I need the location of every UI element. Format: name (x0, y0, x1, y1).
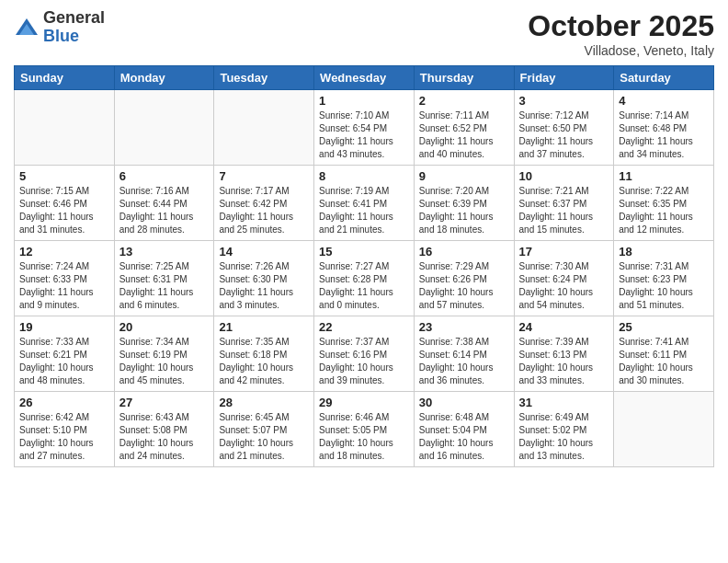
day-number: 17 (519, 245, 609, 259)
day-cell: 2Sunrise: 7:11 AM Sunset: 6:52 PM Daylig… (414, 90, 514, 166)
day-number: 25 (619, 320, 709, 334)
day-cell: 8Sunrise: 7:19 AM Sunset: 6:41 PM Daylig… (314, 166, 415, 241)
weekday-header-friday: Friday (514, 66, 614, 90)
week-row-3: 12Sunrise: 7:24 AM Sunset: 6:33 PM Dayli… (15, 241, 714, 316)
day-number: 13 (119, 245, 210, 259)
day-info: Sunrise: 7:17 AM Sunset: 6:42 PM Dayligh… (219, 185, 309, 236)
day-number: 4 (619, 94, 709, 108)
day-cell: 26Sunrise: 6:42 AM Sunset: 5:10 PM Dayli… (15, 392, 115, 467)
logo-blue-text: Blue (43, 27, 79, 45)
day-cell: 19Sunrise: 7:33 AM Sunset: 6:21 PM Dayli… (15, 316, 115, 392)
logo-general-text: General (43, 8, 105, 27)
day-number: 6 (119, 169, 210, 183)
month-title: October 2025 (528, 9, 714, 43)
day-cell: 21Sunrise: 7:35 AM Sunset: 6:18 PM Dayli… (214, 316, 314, 392)
day-cell: 1Sunrise: 7:10 AM Sunset: 6:54 PM Daylig… (314, 90, 415, 166)
day-cell: 14Sunrise: 7:26 AM Sunset: 6:30 PM Dayli… (214, 241, 314, 316)
day-cell: 28Sunrise: 6:45 AM Sunset: 5:07 PM Dayli… (214, 392, 314, 467)
day-info: Sunrise: 7:27 AM Sunset: 6:28 PM Dayligh… (319, 260, 409, 312)
day-cell: 27Sunrise: 6:43 AM Sunset: 5:08 PM Dayli… (114, 392, 214, 467)
day-cell: 22Sunrise: 7:37 AM Sunset: 6:16 PM Dayli… (314, 316, 415, 392)
day-number: 10 (519, 169, 609, 183)
day-info: Sunrise: 7:19 AM Sunset: 6:41 PM Dayligh… (319, 185, 409, 236)
logo: General Blue (14, 9, 105, 46)
day-info: Sunrise: 7:12 AM Sunset: 6:50 PM Dayligh… (519, 109, 609, 161)
day-cell: 24Sunrise: 7:39 AM Sunset: 6:13 PM Dayli… (514, 316, 614, 392)
weekday-header-row: SundayMondayTuesdayWednesdayThursdayFrid… (15, 66, 714, 90)
day-cell: 3Sunrise: 7:12 AM Sunset: 6:50 PM Daylig… (514, 90, 614, 166)
week-row-1: 1Sunrise: 7:10 AM Sunset: 6:54 PM Daylig… (15, 90, 714, 166)
day-number: 8 (319, 169, 409, 183)
day-cell (614, 392, 714, 467)
day-cell: 25Sunrise: 7:41 AM Sunset: 6:11 PM Dayli… (614, 316, 714, 392)
day-info: Sunrise: 7:30 AM Sunset: 6:24 PM Dayligh… (519, 260, 609, 312)
day-number: 3 (519, 94, 609, 108)
day-number: 21 (219, 320, 309, 334)
day-info: Sunrise: 7:11 AM Sunset: 6:52 PM Dayligh… (419, 109, 509, 161)
header: General Blue October 2025 Villadose, Ven… (14, 9, 714, 58)
day-number: 14 (219, 245, 309, 259)
day-info: Sunrise: 7:34 AM Sunset: 6:19 PM Dayligh… (119, 336, 210, 387)
week-row-5: 26Sunrise: 6:42 AM Sunset: 5:10 PM Dayli… (15, 392, 714, 467)
weekday-header-thursday: Thursday (414, 66, 514, 90)
day-cell: 18Sunrise: 7:31 AM Sunset: 6:23 PM Dayli… (614, 241, 714, 316)
day-cell: 29Sunrise: 6:46 AM Sunset: 5:05 PM Dayli… (314, 392, 415, 467)
day-info: Sunrise: 7:35 AM Sunset: 6:18 PM Dayligh… (219, 336, 309, 387)
weekday-header-tuesday: Tuesday (214, 66, 314, 90)
day-cell: 4Sunrise: 7:14 AM Sunset: 6:48 PM Daylig… (614, 90, 714, 166)
day-cell: 5Sunrise: 7:15 AM Sunset: 6:46 PM Daylig… (15, 166, 115, 241)
weekday-header-wednesday: Wednesday (314, 66, 415, 90)
day-cell: 9Sunrise: 7:20 AM Sunset: 6:39 PM Daylig… (414, 166, 514, 241)
day-info: Sunrise: 6:49 AM Sunset: 5:02 PM Dayligh… (519, 411, 609, 463)
day-number: 28 (219, 396, 309, 409)
day-info: Sunrise: 6:42 AM Sunset: 5:10 PM Dayligh… (19, 411, 109, 463)
day-number: 19 (19, 320, 109, 334)
day-info: Sunrise: 7:29 AM Sunset: 6:26 PM Dayligh… (419, 260, 509, 312)
day-cell (15, 90, 115, 166)
day-cell: 11Sunrise: 7:22 AM Sunset: 6:35 PM Dayli… (614, 166, 714, 241)
page: General Blue October 2025 Villadose, Ven… (0, 0, 728, 563)
weekday-header-monday: Monday (114, 66, 214, 90)
day-number: 22 (319, 320, 409, 334)
day-cell: 10Sunrise: 7:21 AM Sunset: 6:37 PM Dayli… (514, 166, 614, 241)
day-number: 24 (519, 320, 609, 334)
day-number: 27 (119, 396, 210, 409)
weekday-header-saturday: Saturday (614, 66, 714, 90)
day-cell: 6Sunrise: 7:16 AM Sunset: 6:44 PM Daylig… (114, 166, 214, 241)
day-number: 2 (419, 94, 509, 108)
day-info: Sunrise: 7:41 AM Sunset: 6:11 PM Dayligh… (619, 336, 709, 387)
day-number: 1 (319, 94, 409, 108)
day-number: 9 (419, 169, 509, 183)
day-info: Sunrise: 7:16 AM Sunset: 6:44 PM Dayligh… (119, 185, 210, 236)
day-cell: 12Sunrise: 7:24 AM Sunset: 6:33 PM Dayli… (15, 241, 115, 316)
day-info: Sunrise: 6:43 AM Sunset: 5:08 PM Dayligh… (119, 411, 210, 463)
day-number: 18 (619, 245, 709, 259)
day-info: Sunrise: 7:10 AM Sunset: 6:54 PM Dayligh… (319, 109, 409, 161)
calendar: SundayMondayTuesdayWednesdayThursdayFrid… (14, 65, 714, 467)
day-info: Sunrise: 7:24 AM Sunset: 6:33 PM Dayligh… (19, 260, 109, 312)
week-row-2: 5Sunrise: 7:15 AM Sunset: 6:46 PM Daylig… (15, 166, 714, 241)
day-number: 15 (319, 245, 409, 259)
day-number: 20 (119, 320, 210, 334)
day-info: Sunrise: 7:33 AM Sunset: 6:21 PM Dayligh… (19, 336, 109, 387)
day-cell: 30Sunrise: 6:48 AM Sunset: 5:04 PM Dayli… (414, 392, 514, 467)
day-info: Sunrise: 7:31 AM Sunset: 6:23 PM Dayligh… (619, 260, 709, 312)
day-cell: 7Sunrise: 7:17 AM Sunset: 6:42 PM Daylig… (214, 166, 314, 241)
day-cell (114, 90, 214, 166)
day-info: Sunrise: 7:39 AM Sunset: 6:13 PM Dayligh… (519, 336, 609, 387)
day-info: Sunrise: 7:25 AM Sunset: 6:31 PM Dayligh… (119, 260, 210, 312)
day-info: Sunrise: 7:26 AM Sunset: 6:30 PM Dayligh… (219, 260, 309, 312)
day-number: 16 (419, 245, 509, 259)
day-number: 12 (19, 245, 109, 259)
day-cell: 17Sunrise: 7:30 AM Sunset: 6:24 PM Dayli… (514, 241, 614, 316)
weekday-header-sunday: Sunday (15, 66, 115, 90)
day-number: 30 (419, 396, 509, 409)
day-number: 5 (19, 169, 109, 183)
day-info: Sunrise: 7:20 AM Sunset: 6:39 PM Dayligh… (419, 185, 509, 236)
day-number: 11 (619, 169, 709, 183)
location: Villadose, Veneto, Italy (528, 43, 714, 58)
day-cell: 16Sunrise: 7:29 AM Sunset: 6:26 PM Dayli… (414, 241, 514, 316)
day-number: 29 (319, 396, 409, 409)
day-cell: 23Sunrise: 7:38 AM Sunset: 6:14 PM Dayli… (414, 316, 514, 392)
title-area: October 2025 Villadose, Veneto, Italy (528, 9, 714, 58)
